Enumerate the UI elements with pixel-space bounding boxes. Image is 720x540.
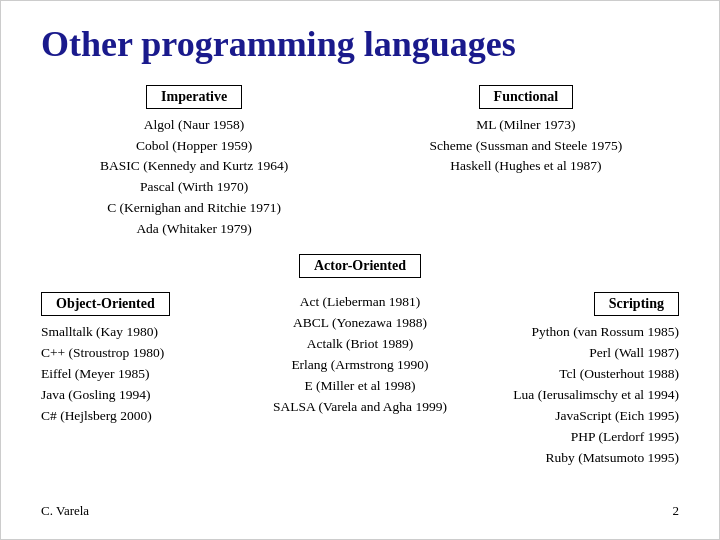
object-oriented-languages: Smalltalk (Kay 1980) C++ (Stroustrop 198… xyxy=(41,322,164,427)
imperative-languages: Algol (Naur 1958) Cobol (Hopper 1959) BA… xyxy=(100,115,288,241)
actor-oriented-label: Actor-Oriented xyxy=(299,254,421,278)
footer-page-number: 2 xyxy=(673,503,680,519)
slide: Other programming languages Imperative A… xyxy=(0,0,720,540)
actor-oriented-languages: Act (Lieberman 1981) ABCL (Yonezawa 1988… xyxy=(273,292,447,418)
slide-title: Other programming languages xyxy=(41,25,679,65)
object-oriented-section: Object-Oriented Smalltalk (Kay 1980) C++… xyxy=(41,292,232,427)
content-area: Imperative Algol (Naur 1958) Cobol (Hopp… xyxy=(41,85,679,493)
object-oriented-label: Object-Oriented xyxy=(41,292,170,316)
bottom-row: Object-Oriented Smalltalk (Kay 1980) C++… xyxy=(41,292,679,468)
footer: C. Varela 2 xyxy=(41,493,679,519)
scripting-languages: Python (van Rossum 1985) Perl (Wall 1987… xyxy=(513,322,679,468)
functional-label: Functional xyxy=(479,85,574,109)
top-row: Imperative Algol (Naur 1958) Cobol (Hopp… xyxy=(41,85,679,241)
middle-row: Actor-Oriented xyxy=(41,254,679,284)
functional-section: Functional ML (Milner 1973) Scheme (Suss… xyxy=(373,85,679,178)
imperative-label: Imperative xyxy=(146,85,242,109)
scripting-section: Scripting Python (van Rossum 1985) Perl … xyxy=(488,292,679,468)
imperative-section: Imperative Algol (Naur 1958) Cobol (Hopp… xyxy=(41,85,347,241)
actor-oriented-section: Act (Lieberman 1981) ABCL (Yonezawa 1988… xyxy=(239,292,481,418)
scripting-label: Scripting xyxy=(594,292,679,316)
footer-author: C. Varela xyxy=(41,503,89,519)
functional-languages: ML (Milner 1973) Scheme (Sussman and Ste… xyxy=(430,115,623,178)
